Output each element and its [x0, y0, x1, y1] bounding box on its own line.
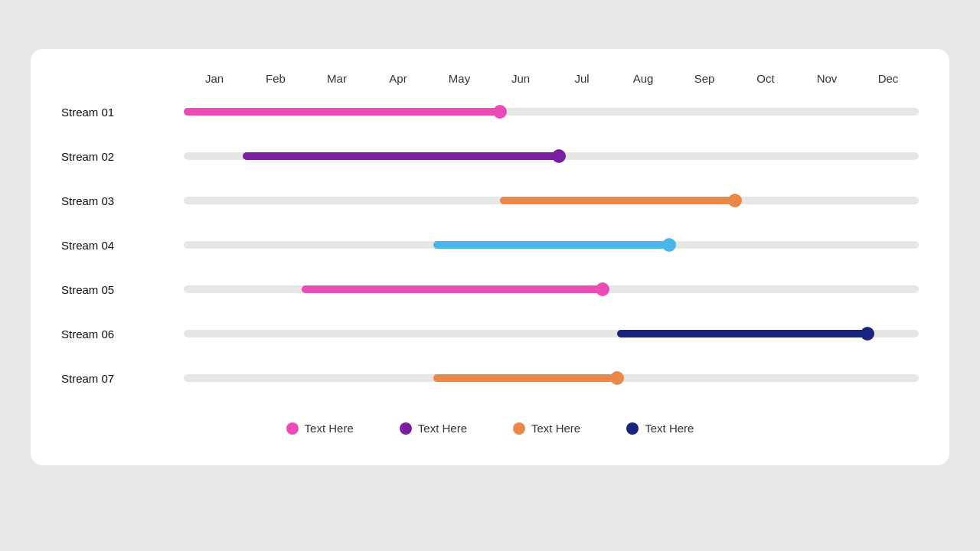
bar-dot — [596, 282, 609, 296]
stream-label: Stream 07 — [61, 372, 184, 385]
bar-track — [184, 285, 919, 293]
legend-label: Text Here — [645, 422, 694, 435]
bar-track — [184, 241, 919, 249]
stream-label: Stream 06 — [61, 328, 184, 341]
stream-row: Stream 05 — [61, 270, 919, 308]
stream-label: Stream 05 — [61, 283, 184, 296]
stream-label: Stream 04 — [61, 239, 184, 252]
bar-fill — [302, 285, 603, 293]
legend-dot — [513, 422, 525, 435]
chart-card: JanFebMarAprMayJunJulAugSepOctNovDec Str… — [31, 49, 949, 465]
legend-item: Text Here — [400, 422, 467, 435]
bar-fill — [184, 108, 500, 116]
legend-label: Text Here — [305, 422, 354, 435]
stream-label: Stream 03 — [61, 194, 184, 207]
month-label-apr: Apr — [368, 72, 429, 85]
bar-fill — [433, 241, 668, 249]
chart-area: JanFebMarAprMayJunJulAugSepOctNovDec Str… — [61, 72, 919, 435]
month-label-oct: Oct — [735, 72, 796, 85]
legend-dot — [286, 422, 299, 435]
stream-row: Stream 03 — [61, 181, 919, 220]
month-label-sep: Sep — [674, 72, 735, 85]
month-label-feb: Feb — [245, 72, 306, 85]
months-row: JanFebMarAprMayJunJulAugSepOctNovDec — [184, 72, 919, 85]
bar-dot — [493, 105, 507, 119]
bar-track — [184, 330, 919, 337]
month-label-jan: Jan — [184, 72, 245, 85]
month-label-aug: Aug — [612, 72, 674, 85]
stream-row: Stream 07 — [61, 359, 919, 397]
month-label-nov: Nov — [796, 72, 858, 85]
month-label-dec: Dec — [858, 72, 919, 85]
legend-dot — [400, 422, 412, 435]
month-label-mar: Mar — [306, 72, 368, 85]
stream-row: Stream 04 — [61, 226, 919, 264]
legend-item: Text Here — [286, 422, 354, 435]
legend-item: Text Here — [626, 422, 694, 435]
month-label-jun: Jun — [490, 72, 551, 85]
stream-row: Stream 02 — [61, 137, 919, 175]
legend-dot — [626, 422, 639, 435]
bar-dot — [552, 149, 566, 163]
stream-row: Stream 06 — [61, 315, 919, 353]
bar-fill — [500, 197, 735, 204]
bar-fill — [243, 152, 559, 160]
bar-track — [184, 197, 919, 204]
month-label-jul: Jul — [551, 72, 612, 85]
stream-label: Stream 02 — [61, 150, 184, 163]
bar-fill — [433, 374, 617, 382]
bar-dot — [728, 194, 742, 207]
bar-track — [184, 152, 919, 160]
legend-label: Text Here — [531, 422, 580, 435]
bar-track — [184, 108, 919, 116]
bar-track — [184, 374, 919, 382]
legend-item: Text Here — [513, 422, 580, 435]
month-label-may: May — [429, 72, 490, 85]
bar-dot — [662, 238, 676, 252]
bar-dot — [861, 327, 874, 341]
stream-label: Stream 01 — [61, 106, 184, 119]
legend: Text HereText HereText HereText Here — [61, 422, 919, 435]
stream-row: Stream 01 — [61, 93, 919, 131]
legend-label: Text Here — [418, 422, 467, 435]
bar-fill — [617, 330, 867, 337]
bar-dot — [610, 371, 624, 385]
